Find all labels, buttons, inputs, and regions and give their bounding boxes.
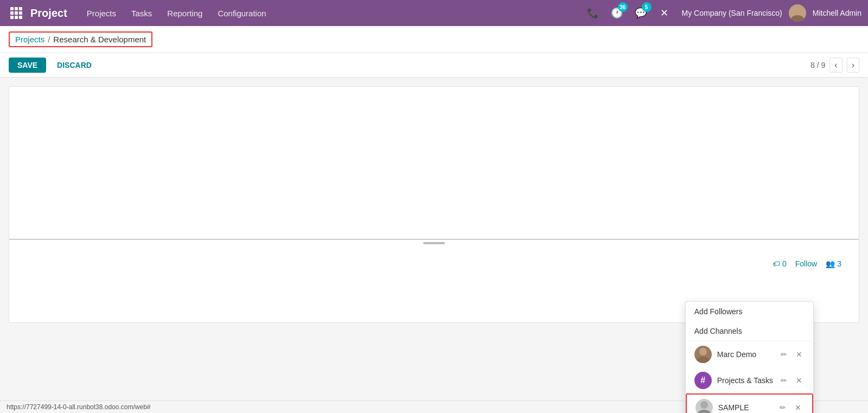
toolbar-right: 8 / 9 ‹ › [810, 58, 859, 73]
status-url: https://7727499-14-0-all.runbot38.odoo.c… [7, 403, 151, 411]
resize-divider [9, 239, 859, 246]
chat-icon[interactable]: 💬 5 [632, 4, 649, 22]
log-count-item[interactable]: 🏷 0 [773, 259, 787, 268]
prev-button[interactable]: ‹ [829, 58, 842, 73]
company-name: My Company (San Francisco) [682, 9, 782, 17]
resize-handle[interactable] [423, 242, 445, 244]
follow-button[interactable]: Follow [795, 259, 817, 268]
content-panel: 🏷 0 Follow 👥 3 [9, 86, 859, 323]
breadcrumb: Projects / Research & Development [9, 31, 152, 47]
svg-point-2 [699, 348, 707, 355]
followers-count: 3 [837, 259, 841, 268]
clock-icon[interactable]: 🕐 36 [608, 4, 626, 22]
breadcrumb-separator: / [48, 35, 50, 44]
grid-icon [10, 7, 22, 19]
breadcrumb-bar: Projects / Research & Development [0, 26, 868, 53]
nav-menu: Projects Tasks Reporting Configuration [80, 4, 584, 22]
followers-icon: 👥 [826, 259, 835, 268]
follower-row-marc: Marc Demo ✏ ✕ [686, 341, 813, 367]
remove-follower-projects-button[interactable]: ✕ [794, 375, 805, 386]
nav-reporting[interactable]: Reporting [161, 4, 209, 22]
follower-name-projects-tasks: Projects & Tasks [717, 376, 773, 385]
follower-name-sample: SAMPLE [718, 403, 772, 412]
nav-tasks[interactable]: Tasks [125, 4, 158, 22]
next-button[interactable]: › [847, 58, 859, 73]
navbar-right: 📞 🕐 36 💬 5 ✕ My Company (San Francisco) … [584, 4, 861, 22]
edit-follower-sample-button[interactable]: ✏ [777, 402, 788, 413]
discard-button[interactable]: DISCARD [50, 58, 98, 73]
edit-follower-marc-button[interactable]: ✏ [778, 349, 789, 360]
clock-badge: 36 [618, 2, 628, 12]
toolbar: SAVE DISCARD 8 / 9 ‹ › [0, 53, 868, 78]
toolbar-left: SAVE DISCARD [9, 58, 98, 73]
followers-dropdown: Add Followers Add Channels Marc Demo ✏ ✕… [685, 301, 814, 413]
username[interactable]: Mitchell Admin [813, 9, 861, 17]
pagination-label: 8 / 9 [810, 61, 825, 69]
add-followers-item[interactable]: Add Followers [686, 302, 813, 321]
top-navbar: Project Projects Tasks Reporting Configu… [0, 0, 868, 26]
follower-avatar-projects-tasks: # [694, 372, 712, 389]
content-top-area [9, 87, 859, 239]
save-button[interactable]: SAVE [9, 58, 46, 73]
svg-point-0 [794, 7, 801, 15]
svg-point-4 [700, 401, 708, 409]
breadcrumb-current: Research & Development [53, 35, 146, 44]
log-count: 0 [782, 259, 787, 268]
svg-point-5 [698, 410, 711, 413]
follower-actions-projects-tasks: ✏ ✕ [778, 375, 805, 386]
follower-avatar-sample [695, 399, 713, 413]
user-avatar[interactable] [789, 4, 806, 22]
follower-name-marc: Marc Demo [717, 350, 773, 359]
edit-follower-projects-button[interactable]: ✏ [778, 375, 789, 386]
follower-avatar-marc [694, 346, 712, 363]
grid-menu-button[interactable] [7, 3, 26, 23]
followers-bar: 🏷 0 Follow 👥 3 [18, 255, 850, 272]
follower-row-projects-tasks: # Projects & Tasks ✏ ✕ [686, 367, 813, 393]
remove-follower-marc-button[interactable]: ✕ [794, 349, 805, 360]
close-icon[interactable]: ✕ [656, 4, 673, 22]
app-title: Project [30, 7, 67, 20]
follower-row-sample: SAMPLE ✏ ✕ [686, 393, 813, 413]
svg-point-1 [791, 15, 804, 22]
nav-projects[interactable]: Projects [80, 4, 123, 22]
svg-point-3 [697, 357, 710, 363]
follower-actions-marc: ✏ ✕ [778, 349, 805, 360]
log-icon: 🏷 [773, 259, 780, 268]
nav-configuration[interactable]: Configuration [211, 4, 272, 22]
breadcrumb-parent-link[interactable]: Projects [15, 35, 44, 44]
add-channels-item[interactable]: Add Channels [686, 321, 813, 341]
chat-badge: 5 [642, 2, 652, 12]
phone-icon[interactable]: 📞 [584, 4, 602, 22]
remove-follower-sample-button[interactable]: ✕ [793, 402, 803, 413]
follower-actions-sample: ✏ ✕ [777, 402, 803, 413]
followers-count-item[interactable]: 👥 3 [826, 259, 841, 268]
